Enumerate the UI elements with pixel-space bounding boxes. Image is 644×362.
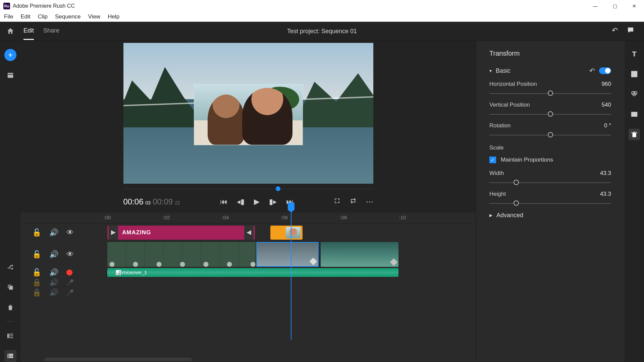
menu-edit[interactable]: Edit [20,13,30,20]
speed-tab-icon[interactable] [629,109,640,120]
trash-icon[interactable] [4,301,16,313]
mute-icon[interactable]: 🔊 [49,228,58,237]
current-frames: 03 [146,200,151,205]
reset-section-icon[interactable]: ↶ [589,67,595,75]
timeline-ruler[interactable]: :00 :02 :04 :06 :08 :10 [21,213,476,223]
mic-icon[interactable]: 🎤 [66,289,74,296]
basic-section-header[interactable]: ▾ Basic ↶ [489,67,611,75]
titles-tab-icon[interactable] [629,48,640,60]
expand-tracks-icon[interactable] [4,350,16,362]
home-icon [6,27,14,35]
step-forward-icon[interactable]: ▮▸ [269,197,277,206]
project-assets-icon[interactable] [4,69,16,81]
horizontal-position-slider[interactable] [489,91,611,96]
lock-icon[interactable]: 🔒 [32,278,41,287]
visibility-icon[interactable]: 👁 [66,228,74,237]
center-column: 00:06 03 00:09 22 ⏮ ◂▮ ▶ ▮▸ ⏭ [21,41,476,362]
rotation-slider[interactable] [489,132,611,137]
mute-icon[interactable]: 🔊 [49,278,58,287]
maintain-proportions-label: Maintain Proportions [501,157,553,163]
tab-edit[interactable]: Edit [23,22,34,40]
scrollbar-thumb[interactable] [44,358,192,361]
maximize-button[interactable]: ▢ [605,0,625,12]
unlock-icon[interactable]: 🔓 [32,228,41,237]
section-toggle[interactable] [599,67,611,74]
feedback-icon[interactable] [627,26,635,36]
fullscreen-icon[interactable] [334,197,340,206]
vertical-position-slider[interactable] [489,112,611,116]
mute-icon[interactable]: 🔊 [49,288,58,297]
prop-value[interactable]: 43.3 [600,191,611,197]
unlock-icon[interactable]: 🔓 [32,268,41,277]
record-button[interactable] [66,269,72,276]
title-out-transition-icon[interactable] [244,226,254,240]
duplicate-icon[interactable] [4,281,16,293]
undo-icon[interactable]: ↶ [612,26,618,36]
svg-marker-0 [111,230,116,235]
menu-help[interactable]: Help [108,13,119,20]
tab-share[interactable]: Share [43,22,59,40]
maintain-proportions-row[interactable]: ✓ Maintain Proportions [489,157,611,163]
transform-panel: Transform ▾ Basic ↶ Horizontal Position9… [476,41,625,362]
loop-icon[interactable] [350,197,357,206]
minimize-button[interactable]: — [586,0,605,12]
add-media-button[interactable]: + [4,49,16,61]
pip-clip[interactable] [270,226,303,240]
fx-badge-icon [310,258,317,265]
home-button[interactable] [0,27,21,35]
video-clip-1[interactable] [107,242,256,267]
lock-icon[interactable]: 🔒 [32,288,41,297]
preview-monitor[interactable] [123,43,373,184]
voiceover-clip[interactable]: 📊 Voiceover_1 [107,268,398,277]
inspector-tab-rail [625,41,644,362]
mute-icon[interactable]: 🔊 [49,250,58,259]
menu-view[interactable]: View [88,13,101,20]
prop-value[interactable]: 0 ° [604,122,611,129]
rotation-prop: Rotation0 ° [489,122,611,137]
more-options-icon[interactable]: ⋯ [366,197,373,206]
transitions-tab-icon[interactable] [629,68,640,80]
color-tab-icon[interactable] [629,88,640,100]
video-clip-3[interactable] [321,242,398,267]
prop-value[interactable]: 43.3 [600,170,611,177]
title-clip[interactable]: AMAZING [107,226,255,240]
prop-value[interactable]: 540 [602,102,611,108]
scrubber-handle[interactable] [276,186,280,191]
go-to-end-icon[interactable]: ⏭ [286,197,293,206]
ruler-mark: :10 [399,215,406,220]
timeline-hscrollbar[interactable] [21,357,476,362]
transform-tab-icon[interactable] [629,129,640,140]
step-back-icon[interactable]: ◂▮ [237,197,245,206]
mute-icon[interactable]: 🔊 [49,268,58,277]
height-prop: Height43.3 [489,191,611,205]
mode-tabs: Edit Share [23,22,59,40]
horizontal-position-prop: Horizontal Position960 [489,81,611,96]
advanced-section-header[interactable]: ▸ Advanced [489,212,611,219]
menu-file[interactable]: File [4,13,13,20]
mic-icon[interactable]: 🎤 [66,279,74,286]
chevron-right-icon: ▸ [489,212,492,219]
prop-value[interactable]: 960 [602,81,611,87]
video-clip-2-selected[interactable] [256,242,319,267]
preview-scrubber[interactable] [123,185,373,192]
height-slider[interactable] [489,201,611,205]
track-v2-title: 🔓🔊👁 AMAZING [21,223,476,241]
vertical-position-prop: Vertical Position540 [489,102,611,116]
shuffle-icon[interactable] [4,261,16,273]
visibility-icon[interactable]: 👁 [66,250,74,259]
track-panel-icon[interactable] [4,330,16,342]
menu-sequence[interactable]: Sequence [55,13,81,20]
play-icon[interactable]: ▶ [254,197,260,206]
title-in-transition-icon[interactable] [109,226,118,240]
menu-clip[interactable]: Clip [38,13,48,20]
preview-wrap: 00:06 03 00:09 22 ⏮ ◂▮ ▶ ▮▸ ⏭ [21,41,476,213]
ruler-mark: :02 [163,215,170,220]
go-to-start-icon[interactable]: ⏮ [220,197,227,206]
ruler-mark: :04 [222,215,229,220]
width-slider[interactable] [489,180,611,185]
close-button[interactable]: ✕ [625,0,644,12]
unlock-icon[interactable]: 🔓 [32,250,41,259]
checkbox-checked-icon[interactable]: ✓ [489,157,496,163]
app-logo-icon: Ru [3,3,10,9]
duration: 00:09 [153,197,173,206]
